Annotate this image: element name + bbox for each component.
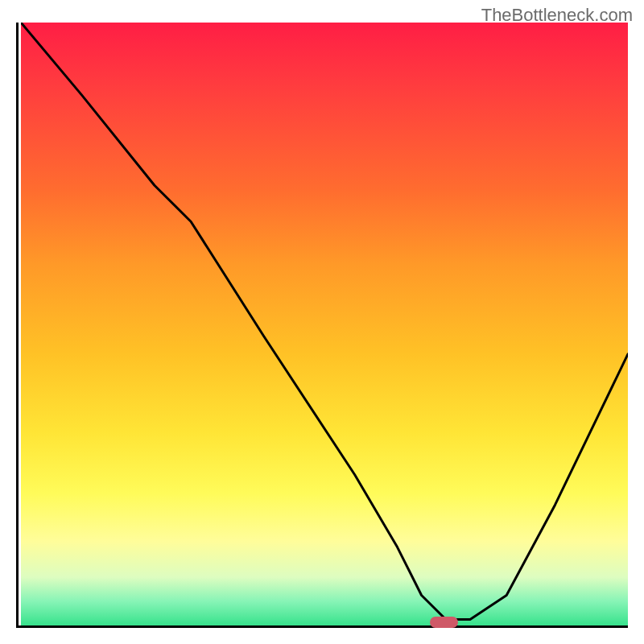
bottleneck-curve bbox=[21, 23, 628, 620]
watermark-text: TheBottleneck.com bbox=[481, 5, 633, 26]
chart-plot-area bbox=[16, 23, 628, 628]
chart-curve-svg bbox=[21, 23, 628, 625]
optimal-marker bbox=[430, 617, 458, 628]
